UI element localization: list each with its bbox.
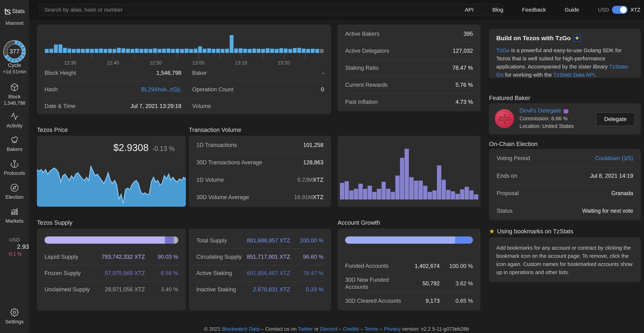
price-change: -0.1 % xyxy=(0,251,29,257)
inline-link[interactable]: Discord xyxy=(320,326,337,332)
row-value: 29,971,056 XTZ xyxy=(105,286,145,293)
progress-segment xyxy=(174,236,178,244)
row-label: Unclaimed Supply xyxy=(44,286,90,293)
volume-bar-chart xyxy=(340,149,478,199)
row-value-link[interactable]: BL29Ahsk..zGjL xyxy=(141,86,181,93)
baker-name-link[interactable]: Devil's Delegate xyxy=(520,107,561,114)
row-value: Waiting for next vote xyxy=(582,208,633,214)
block-bar xyxy=(216,49,220,53)
block-bar xyxy=(90,49,94,53)
supply-left-rows: Liquid Supply793,742,332 XTZ90.03 %Froze… xyxy=(44,249,178,298)
block-bar xyxy=(153,48,157,53)
block-bar xyxy=(76,49,80,53)
baker-avatar[interactable]: ◉ DEVIL'S DELEGATE ◉ xyxy=(495,109,514,128)
table-row: 30D New Funded Accounts50,7923.62 % xyxy=(345,275,473,292)
inline-link[interactable]: Privacy xyxy=(384,326,400,332)
block-bar xyxy=(162,49,166,53)
chart-tick-line xyxy=(220,53,220,60)
row-values: 1,402,674100.00 % xyxy=(415,263,473,269)
block-bar xyxy=(288,49,292,53)
sidebar-item-protocols[interactable]: Protocols xyxy=(0,159,29,176)
table-row: Unclaimed Supply29,971,056 XTZ3.40 % xyxy=(44,281,178,298)
block-bar xyxy=(257,49,260,53)
topbar-link-feedback[interactable]: Feedback xyxy=(522,7,546,13)
row-label: Volume xyxy=(192,103,211,109)
block-bar xyxy=(81,49,85,53)
network-label: Mainnet xyxy=(0,20,29,26)
sidebar-item-settings[interactable]: Settings xyxy=(0,308,29,325)
sidebar-price-widget: USD 2.93 -0.1 % xyxy=(0,237,29,257)
tzgo-promo-panel: Build on Tezos with TzGo TzGo is a power… xyxy=(489,29,641,78)
inline-text: © 2021 xyxy=(204,326,222,332)
inline-text: – xyxy=(359,326,364,332)
volume-bar xyxy=(404,149,409,199)
tezos-price-panel: $2.9308 -0.13 % xyxy=(37,136,186,207)
volume-bar xyxy=(460,189,464,199)
row-value: Jul 7, 2021 13:29:18 xyxy=(130,103,181,109)
sidebar-item-block[interactable]: Block 1,546,798 xyxy=(0,83,29,106)
supply-heading: Tezos Supply xyxy=(37,219,72,226)
currency-switch: USD XTZ xyxy=(598,6,640,14)
promo-title: Build on Tezos with TzGo xyxy=(496,34,581,42)
chart-tick-line xyxy=(241,53,242,60)
block-bar xyxy=(86,49,89,53)
row-percent: 3.62 % xyxy=(444,280,473,287)
row-values: 16.91M XTZ xyxy=(294,194,324,201)
featured-baker-panel: ◉ DEVIL'S DELEGATE ◉ Devil's Delegate Co… xyxy=(489,103,641,134)
block-bar xyxy=(225,49,229,53)
inline-text: is a powerful and easy-to-use Golang SDK… xyxy=(496,47,622,70)
topbar-link-api[interactable]: API xyxy=(465,7,474,13)
block-bar xyxy=(266,48,270,53)
inline-link[interactable]: Terms xyxy=(364,326,378,332)
avatar-eye-icon: ◉ xyxy=(504,121,505,124)
toggle-knob xyxy=(620,7,626,13)
row-percent: 100.00 % xyxy=(444,263,473,269)
block-bar xyxy=(207,48,211,53)
sidebar-item-markets[interactable]: Markets xyxy=(0,207,29,224)
search-input[interactable] xyxy=(39,4,504,16)
volume-bar xyxy=(456,194,460,199)
row-value: 50,792 xyxy=(422,280,440,287)
tzstats-logo[interactable]: ʦ Stats xyxy=(0,7,29,16)
row-percent: 100.00 % xyxy=(294,237,324,244)
currency-xtz-label[interactable]: XTZ xyxy=(630,7,640,13)
inline-link[interactable]: Blockwatch Data xyxy=(222,326,260,332)
block-bar xyxy=(126,49,130,53)
sidebar-item-election[interactable]: Election xyxy=(0,183,29,200)
row-value-link[interactable]: Cooldown (3/5) xyxy=(595,155,633,162)
block-bar xyxy=(166,49,170,53)
inline-link[interactable]: TzGo xyxy=(496,47,510,53)
sidebar-item-bakers[interactable]: Bakers xyxy=(0,136,29,152)
markets-chart-icon xyxy=(10,213,19,216)
chart-tick-line xyxy=(177,53,178,60)
row-label: 30D Transactions Average xyxy=(196,159,262,166)
chart-tick-line xyxy=(92,53,92,60)
inline-link[interactable]: TzStats Data API xyxy=(553,72,594,78)
volume-bar xyxy=(423,186,428,199)
network-stats-panel: Active Bakers395Active Delegators127,032… xyxy=(338,25,480,111)
table-row: Baker- xyxy=(192,65,324,81)
row-label: 1D Volume xyxy=(196,177,224,183)
block-bar xyxy=(68,49,71,53)
growth-rows: Funded Accounts1,402,674100.00 %30D New … xyxy=(345,257,473,310)
row-values: BL29Ahsk..zGjL xyxy=(141,86,181,93)
inline-link[interactable]: Twitter xyxy=(298,326,312,332)
currency-toggle[interactable] xyxy=(612,6,628,14)
row-values: 57,975,569 XTZ6.58 % xyxy=(105,270,178,276)
framed-star-icon xyxy=(573,34,581,42)
currency-usd-label[interactable]: USD xyxy=(598,7,609,13)
sidebar-item-label: Settings xyxy=(0,319,29,325)
sidebar-item-activity[interactable]: Activity xyxy=(0,112,29,129)
chart-tick-line xyxy=(156,53,156,60)
inline-link[interactable]: Credits xyxy=(343,326,359,332)
promo-title-text: Build on Tezos with TzGo xyxy=(496,35,571,42)
block-bar xyxy=(63,48,67,53)
row-values: Cooldown (3/5) xyxy=(595,155,633,162)
table-row: HashBL29Ahsk..zGjL xyxy=(44,81,181,98)
price-change-24h: -0.13 % xyxy=(152,145,175,153)
topbar-link-blog[interactable]: Blog xyxy=(492,7,503,13)
row-label: Ends on xyxy=(497,173,517,179)
topbar-link-guide[interactable]: Guide xyxy=(565,7,579,13)
row-label: Liquid Supply xyxy=(44,254,78,260)
delegate-button[interactable]: Delegate xyxy=(596,112,635,126)
